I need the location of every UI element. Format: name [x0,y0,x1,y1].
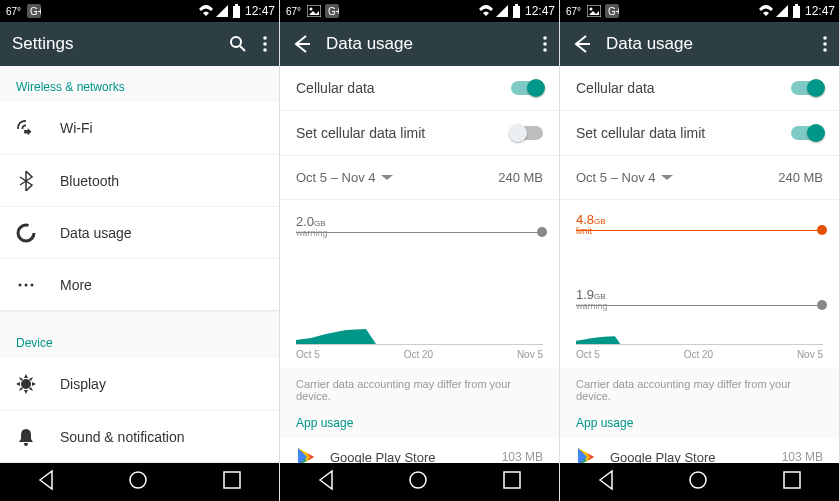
nav-home-icon[interactable] [407,469,429,495]
usage-chart: 4.8GB limit 1.9GB warning Oct 5 Oct 20 [560,199,839,368]
wifi-icon [479,5,493,17]
back-icon[interactable] [572,34,590,54]
item-bluetooth[interactable]: Bluetooth [0,154,279,206]
period-selector[interactable]: Oct 5 – Nov 4 240 MB [280,155,559,199]
item-more[interactable]: More [0,258,279,310]
picture-icon [587,5,601,17]
cellular-switch[interactable] [511,81,543,95]
search-icon[interactable] [229,35,247,53]
app-usage-header: App usage [280,412,559,438]
limit-switch-off[interactable] [511,126,543,140]
overflow-menu-icon[interactable] [263,36,267,52]
temperature: 67° [4,6,23,17]
bell-icon [16,427,36,447]
back-icon[interactable] [292,34,310,54]
app-usage-row[interactable]: Google Play Store 103 MB [560,438,839,463]
section-wireless: Wireless & networks [0,66,279,102]
page-title: Data usage [606,34,807,54]
usage-chart: 2.0GB warning Oct 5 Oct 20 Nov 5 [280,199,559,368]
play-store-icon [296,446,318,463]
settings-panel: 67° 12:47 Settings Wireless & networks W… [0,0,280,501]
nav-recent-icon[interactable] [501,469,523,495]
item-wifi[interactable]: Wi-Fi [0,102,279,154]
usage-area [576,334,714,344]
nav-recent-icon[interactable] [221,469,243,495]
chevron-down-icon [661,175,673,181]
cellular-switch[interactable] [791,81,823,95]
temperature: 67° [564,6,583,17]
app-usage-row[interactable]: Google Play Store 103 MB [280,438,559,463]
data-usage-panel-limit-off: 67° 12:47 Data usage Cellular data Set c… [280,0,560,501]
usage-area [296,326,544,344]
overflow-menu-icon[interactable] [823,36,827,52]
data-usage-icon [16,223,36,243]
status-bar: 67° 12:47 [560,0,839,22]
cellular-data-row[interactable]: Cellular data [560,66,839,110]
gplus-icon [605,4,619,18]
picture-icon [307,5,321,17]
wifi-icon [16,120,36,136]
status-bar: 67° 12:47 [0,0,279,22]
nav-bar [280,463,559,501]
limit-switch-on[interactable] [791,126,823,140]
warning-slider[interactable]: 1.9GB warning [576,305,823,306]
battery-icon [231,4,242,18]
battery-icon [791,4,802,18]
app-bar: Settings [0,22,279,66]
nav-bar [0,463,279,501]
chevron-down-icon [381,175,393,181]
wifi-icon [199,5,213,17]
gplus-icon [325,4,339,18]
bluetooth-icon [16,171,36,191]
clock: 12:47 [245,4,275,18]
page-title: Settings [12,34,213,54]
nav-recent-icon[interactable] [781,469,803,495]
disclaimer-text: Carrier data accounting may differ from … [280,368,559,412]
more-dots-icon [16,283,36,287]
limit-slider[interactable]: 4.8GB limit [576,230,823,231]
signal-icon [216,5,228,17]
period-selector[interactable]: Oct 5 – Nov 4 240 MB [560,155,839,199]
play-store-icon [576,446,598,463]
app-usage-header: App usage [560,412,839,438]
display-icon [16,374,36,394]
disclaimer-text: Carrier data accounting may differ from … [560,368,839,412]
app-bar: Data usage [280,22,559,66]
signal-icon [776,5,788,17]
set-limit-row[interactable]: Set cellular data limit [280,110,559,155]
nav-back-icon[interactable] [596,469,616,495]
section-device: Device [0,322,279,358]
nav-home-icon[interactable] [127,469,149,495]
overflow-menu-icon[interactable] [543,36,547,52]
battery-icon [511,4,522,18]
usage-value: 240 MB [778,170,823,185]
nav-bar [560,463,839,501]
item-sound[interactable]: Sound & notification [0,410,279,462]
clock: 12:47 [525,4,555,18]
usage-value: 240 MB [498,170,543,185]
status-bar: 67° 12:47 [280,0,559,22]
set-limit-row[interactable]: Set cellular data limit [560,110,839,155]
gplus-icon [27,4,41,18]
cellular-data-row[interactable]: Cellular data [280,66,559,110]
temperature: 67° [284,6,303,17]
clock: 12:47 [805,4,835,18]
nav-back-icon[interactable] [316,469,336,495]
data-usage-panel-limit-on: 67° 12:47 Data usage Cellular data Set c… [560,0,840,501]
nav-back-icon[interactable] [36,469,56,495]
nav-home-icon[interactable] [687,469,709,495]
item-data-usage[interactable]: Data usage [0,206,279,258]
app-bar: Data usage [560,22,839,66]
page-title: Data usage [326,34,527,54]
signal-icon [496,5,508,17]
item-display[interactable]: Display [0,358,279,410]
warning-slider[interactable]: 2.0GB warning [296,232,543,233]
wifi-icon [759,5,773,17]
